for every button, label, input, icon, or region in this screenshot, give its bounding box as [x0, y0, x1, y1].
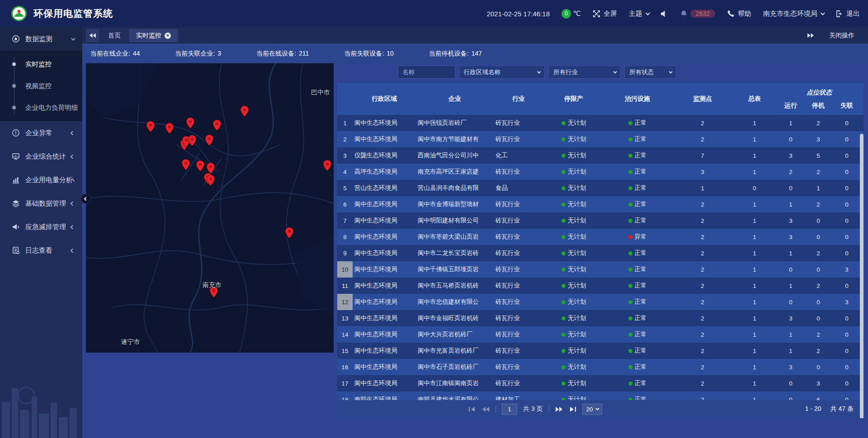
table-row[interactable]: 11阆中生态环境局阆中市五马桥页岩机砖砖瓦行业无计划正常21120 — [337, 278, 863, 294]
table-row[interactable]: 17阆中生态环境局阆中市江南镇阆南页岩砖瓦行业无计划正常21030 — [337, 375, 863, 391]
cell-stop-status: 无计划 — [543, 151, 604, 160]
chevron-left-icon — [71, 131, 75, 135]
cell-region: 高坪生态环境局 — [353, 168, 416, 176]
table-row[interactable]: 2阆中生态环境局阆中市南方节能建材有砖瓦行业无计划正常21030 — [337, 131, 863, 147]
status-dot-icon — [628, 365, 632, 369]
cell-lost: 0 — [830, 364, 863, 371]
status-dot-icon — [561, 365, 566, 369]
region-filter-select[interactable]: 行政区域名称 — [459, 66, 545, 79]
cell-facility-status: 正常 — [604, 200, 671, 208]
map-pin-icon[interactable] — [165, 123, 174, 134]
org-dropdown[interactable]: 南充市生态环境局 — [763, 9, 824, 18]
last-page-button[interactable] — [569, 406, 576, 412]
record-range-label: 1 - 20 — [805, 405, 821, 413]
map-collapse-button[interactable] — [80, 193, 91, 204]
table-row[interactable]: 10阆中生态环境局阆中千佛镇五郎垭页岩砖瓦行业无计划正常21003 — [337, 261, 863, 278]
sidebar-subitem[interactable]: 实时监控 — [0, 53, 82, 75]
sidebar-item[interactable]: 应急减排管理 — [0, 215, 82, 239]
table-row[interactable]: 14阆中生态环境局阆中大兴页岩机砖厂砖瓦行业无计划正常21120 — [337, 326, 863, 343]
sidebar-item[interactable]: 企业异常 — [0, 121, 82, 145]
table-row[interactable]: 1阆中生态环境局阆中强锐页岩砖厂砖瓦行业无计划正常21120 — [337, 115, 863, 131]
map-pin-icon[interactable] — [285, 227, 293, 239]
table-row[interactable]: 12阆中生态环境局阆中市忠信建材有限公砖瓦行业无计划正常21003 — [337, 294, 863, 310]
cell-running: 1 — [775, 250, 807, 257]
map-pin-icon[interactable] — [207, 163, 215, 174]
cell-company: 阆中市江南镇阆南页岩 — [416, 379, 494, 387]
cell-stop-status: 无计划 — [543, 249, 604, 257]
first-page-button[interactable] — [468, 406, 476, 412]
table-row[interactable]: 16阆中生态环境局阆中市石子页岩机砖厂砖瓦行业无计划正常21300 — [337, 359, 863, 375]
cell-lost: 0 — [830, 136, 863, 143]
status-dot-icon — [628, 170, 632, 174]
theme-dropdown[interactable]: 主题 — [629, 9, 649, 18]
table-row[interactable]: 5营山生态环境局营山县润丰肉食品有限食品无计划正常10010 — [337, 180, 863, 196]
sidebar-item-label: 数据监测 — [25, 35, 71, 43]
table-row[interactable]: 7阆中生态环境局阆中明阳建材有限公司砖瓦行业无计划正常21300 — [337, 212, 863, 229]
map-pin-icon[interactable] — [182, 159, 190, 170]
table-row[interactable]: 8阆中生态环境局阆中市枣碧大梁山页岩砖瓦行业无计划异常21300 — [337, 229, 863, 245]
cell-region: 阆中生态环境局 — [353, 330, 416, 339]
close-operations-button[interactable]: 关闭操作 — [829, 32, 854, 40]
column-index — [337, 83, 353, 115]
cell-points: 2 — [671, 380, 734, 387]
map-pin-icon[interactable] — [241, 106, 249, 117]
status-dot-icon — [561, 333, 566, 337]
map-pin-icon[interactable] — [186, 118, 194, 129]
sidebar-item[interactable]: 基础数据管理 — [0, 192, 82, 215]
cell-stopped: 0 — [807, 364, 830, 371]
status-filter-select[interactable]: 所有状态 — [624, 66, 676, 79]
table-row[interactable]: 18南部生态环境局南部县建华水泥有限公建材加工无计划正常21060 — [337, 391, 863, 400]
cell-running: 3 — [775, 152, 807, 159]
cell-industry: 建材加工 — [494, 396, 543, 400]
sidebar-menu: 数据监测实时监控视频监控企业电力负荷明细企业异常企业综合统计企业用电量分析基础数… — [0, 27, 82, 262]
cell-points: 2 — [671, 315, 734, 322]
next-page-button[interactable] — [555, 406, 563, 412]
map-pin-icon[interactable] — [146, 121, 155, 132]
sidebar-item[interactable]: 日志查看 — [0, 239, 82, 262]
page-size-select[interactable]: 20 — [582, 404, 602, 415]
previous-page-button[interactable] — [482, 406, 490, 412]
chevron-down-icon — [595, 406, 599, 410]
column-meters: 总表 — [734, 83, 775, 115]
table-row[interactable]: 13阆中生态环境局阆中市金福旺页岩机砖砖瓦行业无计划正常21300 — [337, 310, 863, 326]
table-row[interactable]: 9阆中生态环境局阆中市二龙长宝页岩砖砖瓦行业无计划正常21120 — [337, 245, 863, 261]
tab-active[interactable]: 实时监控× — [129, 29, 178, 42]
tab-label: 实时监控 — [136, 32, 161, 40]
name-filter-input[interactable] — [398, 66, 455, 79]
cell-stopped: 2 — [807, 120, 830, 127]
cell-meters: 1 — [734, 152, 775, 159]
map-pin-icon[interactable] — [323, 160, 331, 171]
table-row[interactable]: 6阆中生态环境局阆中市金博瑞新型墙材砖瓦行业无计划正常21120 — [337, 196, 863, 212]
industry-filter-select[interactable]: 所有行业 — [548, 66, 621, 79]
sidebar-item[interactable]: 企业综合统计 — [0, 145, 82, 168]
table-row[interactable]: 3仪陇生态环境局西南油气田分公司川中化工无计划正常71350 — [337, 147, 863, 164]
cell-industry: 砖瓦行业 — [494, 217, 543, 225]
tabs-scroll-left-button[interactable] — [86, 29, 99, 42]
sound-toggle-button[interactable] — [660, 10, 668, 18]
map-pin-icon[interactable] — [188, 135, 196, 146]
map-pin-icon[interactable] — [205, 135, 213, 146]
table-row[interactable]: 15阆中生态环境局阆中市光富页岩机砖厂砖瓦行业无计划正常21120 — [337, 343, 863, 359]
logout-button[interactable]: 退出 — [835, 9, 860, 18]
sidebar-subitem[interactable]: 企业电力负荷明细 — [0, 97, 82, 118]
cell-index: 13 — [337, 310, 353, 326]
sidebar-item[interactable]: 数据监测 — [0, 27, 82, 51]
map-pin-icon[interactable] — [213, 120, 221, 131]
notification-area[interactable]: 2632 — [680, 9, 715, 18]
cell-meters: 1 — [734, 266, 775, 273]
sidebar-item[interactable]: 企业用电量分析 — [0, 168, 82, 192]
table-row[interactable]: 4高坪生态环境局南充市高坪区王家店建砖瓦行业无计划正常31220 — [337, 164, 863, 180]
tab-item[interactable]: 首页 — [101, 29, 128, 42]
help-button[interactable]: 帮助 — [727, 9, 751, 18]
double-chevron-right-icon[interactable] — [807, 33, 814, 38]
map-panel[interactable]: 巴中市南充市遂宁市 — [86, 63, 334, 353]
tab-close-icon[interactable]: × — [165, 33, 171, 39]
table-scrollbar[interactable] — [860, 134, 863, 418]
map-pin-icon[interactable] — [196, 160, 204, 172]
fullscreen-button[interactable]: 全屏 — [593, 9, 617, 18]
cell-lost: 0 — [830, 201, 863, 208]
page-number-input[interactable] — [502, 404, 517, 415]
cell-stop-status: 无计划 — [543, 184, 604, 192]
map-pin-icon[interactable] — [207, 175, 215, 186]
sidebar-subitem[interactable]: 视频监控 — [0, 75, 82, 97]
